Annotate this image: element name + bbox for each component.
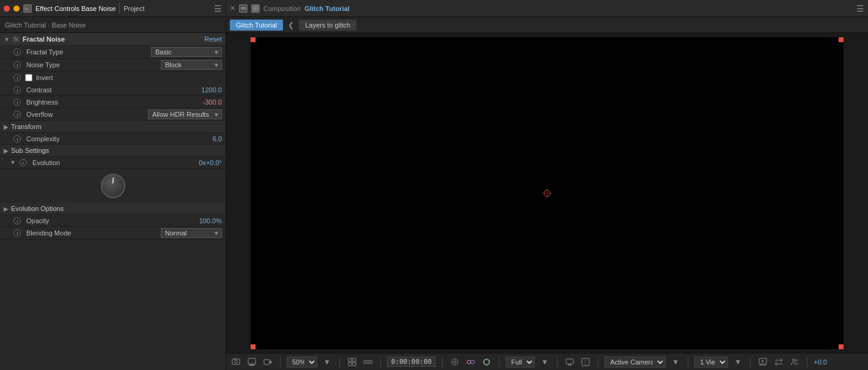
- svg-rect-14: [248, 358, 256, 364]
- evolution-expand[interactable]: ▼: [10, 159, 16, 166]
- expand-effect[interactable]: ▼: [4, 36, 10, 43]
- effect-header: ▼ fx Fractal Noise Reset: [0, 33, 226, 46]
- preview-tool[interactable]: [246, 356, 258, 368]
- contrast-value[interactable]: 1200.0: [201, 86, 222, 94]
- fx-badge: fx: [12, 35, 20, 43]
- stopwatch-overflow[interactable]: [13, 111, 21, 118]
- tab-layers-to-glitch[interactable]: Layers to glitch: [299, 20, 356, 31]
- close-dot[interactable]: [4, 6, 10, 12]
- svg-rect-32: [566, 359, 573, 364]
- corner-marker-tr: [839, 37, 844, 42]
- breadcrumb: Glitch Tutorial · Base Noise: [0, 17, 226, 32]
- tab-chevron[interactable]: ❮: [285, 20, 296, 31]
- reset-button[interactable]: Reset: [204, 35, 222, 43]
- stopwatch-evolution[interactable]: [20, 159, 27, 166]
- view-count-arrow[interactable]: ▼: [732, 356, 744, 368]
- color-mgmt-btn[interactable]: [480, 356, 493, 368]
- canvas-area: [251, 37, 844, 349]
- svg-point-27: [452, 359, 458, 365]
- camera-tool[interactable]: [262, 356, 274, 368]
- stopwatch-complexity[interactable]: [13, 135, 21, 142]
- corner-marker-tl: [251, 37, 256, 42]
- people-btn[interactable]: [789, 356, 801, 368]
- comp-name[interactable]: Glitch Tutorial: [304, 5, 350, 12]
- sub-settings-section[interactable]: ▶ Sub Settings: [0, 145, 226, 157]
- top-bar: fx Effect Controls Base Noise Project ☰ …: [0, 0, 868, 17]
- overflow-select[interactable]: Allow HDR Results Clip Soft Clamp Wrap: [148, 109, 222, 119]
- close-comp-tab[interactable]: ✕: [230, 4, 235, 12]
- tab-effect-controls[interactable]: Effect Controls Base Noise: [35, 5, 116, 12]
- complexity-label: Complexity: [25, 135, 210, 142]
- timecode-display[interactable]: 0:00:00:00: [387, 357, 436, 367]
- left-panel-menu[interactable]: ☰: [214, 4, 222, 13]
- svg-rect-3: [241, 7, 246, 10]
- svg-rect-21: [348, 363, 351, 366]
- svg-rect-33: [568, 364, 572, 366]
- evolution-row: ▼ Evolution 0x+0.0°: [0, 157, 226, 169]
- left-panel: ▼ fx Fractal Noise Reset Fractal Type Ba…: [0, 33, 226, 370]
- svg-rect-22: [353, 363, 356, 366]
- brightness-label: Brightness: [25, 98, 200, 106]
- evolution-options-section[interactable]: ▶ Evolution Options: [0, 203, 226, 215]
- stopwatch-brightness[interactable]: [13, 98, 21, 106]
- minimize-dot[interactable]: [13, 6, 20, 12]
- fractal-type-select-wrapper: Basic Turbulent Smooth Turbulent Basic ▼: [151, 47, 222, 57]
- stopwatch-contrast[interactable]: [13, 86, 21, 94]
- contrast-label: Contrast: [25, 86, 199, 94]
- noise-type-select-wrapper: Block Linear Soft Linear Spline ▼: [161, 60, 222, 70]
- stopwatch-noise-type[interactable]: [13, 61, 21, 68]
- divider-10: [807, 357, 807, 367]
- divider-9: [750, 357, 751, 367]
- evolution-value[interactable]: 0x+0.0°: [199, 159, 222, 166]
- transform-section[interactable]: ▶ Transform: [0, 121, 226, 133]
- divider-2: [339, 357, 340, 367]
- second-bar: Glitch Tutorial · Base Noise Glitch Tuto…: [0, 17, 868, 33]
- zoom-select[interactable]: 50%: [287, 357, 317, 368]
- bottom-toolbar: 50% ▼ 0:00:00:00: [226, 353, 868, 370]
- blending-mode-label: Blending Mode: [25, 229, 158, 237]
- camera-icon-btn[interactable]: [449, 356, 461, 368]
- divider-6: [557, 357, 557, 367]
- corner-marker-bl: [251, 344, 256, 349]
- quality-select[interactable]: Full: [506, 357, 535, 368]
- opacity-value[interactable]: 100.0%: [199, 217, 222, 224]
- tab-project[interactable]: Project: [123, 5, 144, 12]
- view-count-select[interactable]: 1 View: [694, 357, 728, 368]
- stopwatch-invert[interactable]: [13, 74, 21, 81]
- transform-label: Transform: [11, 123, 42, 130]
- switch-btn[interactable]: [773, 356, 785, 368]
- view-expand-btn[interactable]: [579, 356, 592, 368]
- stopwatch-blending[interactable]: [13, 229, 21, 237]
- right-panel-menu[interactable]: ☰: [856, 4, 864, 13]
- svg-point-41: [792, 359, 795, 361]
- color-sync-btn[interactable]: [465, 356, 477, 368]
- divider-4: [442, 357, 443, 367]
- quality-arrow[interactable]: ▼: [539, 356, 551, 368]
- render-btn[interactable]: [757, 356, 769, 368]
- tab-glitch-tutorial[interactable]: Glitch Tutorial: [230, 20, 283, 31]
- snapshot-tool[interactable]: [230, 356, 242, 368]
- divider-7: [598, 357, 598, 367]
- brightness-value[interactable]: -300.0: [203, 98, 222, 106]
- view-screen-btn[interactable]: [564, 356, 576, 368]
- ruler-toggle[interactable]: [362, 356, 374, 368]
- invert-checkbox[interactable]: [25, 74, 32, 81]
- noise-type-label: Noise Type: [25, 61, 158, 68]
- evolution-dial[interactable]: [101, 174, 125, 198]
- right-panel: 50% ▼ 0:00:00:00: [226, 33, 868, 370]
- blending-mode-select[interactable]: Normal Add Multiply Screen Overlay: [161, 228, 222, 238]
- noise-type-select[interactable]: Block Linear Soft Linear Spline: [161, 60, 222, 70]
- divider-1: [280, 357, 281, 367]
- stopwatch-opacity[interactable]: [13, 217, 21, 224]
- camera-select[interactable]: Active Camera: [605, 357, 666, 368]
- grid-toggle[interactable]: [346, 356, 358, 368]
- complexity-value[interactable]: 6.0: [213, 135, 222, 142]
- crosshair: [542, 188, 552, 198]
- evolution-options-label: Evolution Options: [11, 205, 64, 212]
- fractal-type-select[interactable]: Basic Turbulent Smooth Turbulent Basic: [151, 47, 222, 57]
- camera-select-arrow[interactable]: ▼: [669, 356, 682, 368]
- stopwatch-fractal-type[interactable]: [13, 48, 21, 56]
- brightness-row: Brightness -300.0: [0, 96, 226, 108]
- zoom-arrow[interactable]: ▼: [321, 356, 333, 368]
- contrast-row: Contrast 1200.0: [0, 84, 226, 96]
